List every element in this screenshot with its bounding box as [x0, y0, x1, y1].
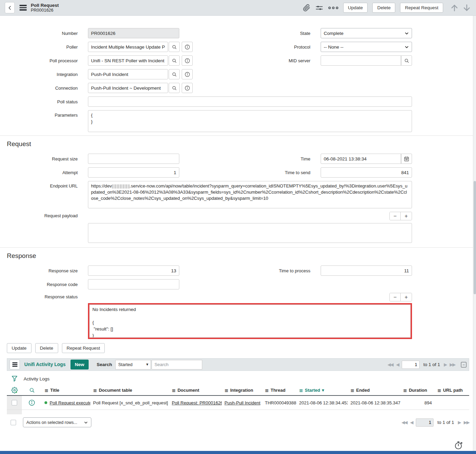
next-page-button[interactable]: ▶ [458, 420, 461, 425]
column-header-document[interactable]: ≡Document [169, 385, 222, 395]
poller-field[interactable] [88, 42, 168, 52]
next-page-button[interactable]: ▶ [444, 362, 447, 367]
state-select[interactable]: Complete [321, 28, 412, 38]
vertical-scrollbar[interactable] [473, 16, 476, 451]
request-size-field[interactable] [88, 154, 179, 164]
column-header-title[interactable]: ≡Title [42, 385, 90, 395]
page-title: Poll Request [31, 3, 59, 8]
previous-page-button[interactable]: ◀ [410, 420, 413, 425]
poller-lookup-button[interactable] [169, 42, 180, 52]
record-number: PR0001626 [31, 8, 59, 13]
response-size-field[interactable] [88, 265, 179, 276]
integration-preview-button[interactable] [182, 69, 193, 79]
column-menu-icon[interactable]: ≡ [93, 388, 97, 393]
endpoint-url-suffix: .service-now.com/api/now/table/incident?… [91, 183, 408, 201]
breadcrumb-label[interactable]: Activity Logs [24, 376, 50, 381]
more-options-button[interactable] [328, 6, 338, 10]
footer-delete-button[interactable]: Delete [35, 343, 58, 353]
poll-processor-lookup-button[interactable] [169, 55, 180, 66]
first-page-button[interactable]: ◀◀ [401, 420, 407, 425]
row-title-link[interactable]: Poll Request execute [50, 400, 90, 405]
protocol-select[interactable]: -- None -- [321, 42, 412, 52]
integration-field[interactable] [88, 69, 168, 79]
filter-funnel-icon[interactable] [11, 375, 18, 382]
first-page-button[interactable]: ◀◀ [387, 362, 393, 367]
response-status-label: Response status [0, 293, 81, 299]
repeat-request-button[interactable]: Repeat Request [400, 3, 443, 13]
mid-server-field[interactable] [321, 55, 401, 66]
form-context-menu-icon[interactable] [20, 4, 27, 12]
row-info-icon[interactable] [28, 399, 35, 406]
back-button[interactable] [5, 2, 15, 13]
connection-preview-button[interactable] [182, 83, 193, 93]
response-status-grow-button[interactable]: + [401, 293, 412, 301]
endpoint-url-field[interactable]: https://dev.service-now.com/api/now/tabl… [88, 181, 412, 208]
previous-page-button[interactable]: ◀ [396, 362, 399, 367]
column-menu-icon[interactable]: ≡ [350, 388, 355, 393]
request-payload-field[interactable] [88, 223, 412, 243]
column-header-started[interactable]: ≡Started▼ [296, 385, 348, 395]
delete-button[interactable]: Delete [372, 3, 395, 13]
column-menu-icon[interactable]: ≡ [299, 388, 303, 393]
list-search-input[interactable] [152, 360, 202, 369]
previous-record-button[interactable] [450, 3, 459, 12]
time-to-process-field[interactable] [321, 265, 412, 276]
column-menu-icon[interactable]: ≡ [44, 388, 49, 393]
last-page-button[interactable]: ▶▶ [464, 420, 469, 425]
column-header-duration[interactable]: ≡Duration [400, 385, 435, 395]
connection-field[interactable] [88, 83, 168, 93]
column-menu-icon[interactable]: ≡ [403, 388, 407, 393]
connection-lookup-button[interactable] [169, 83, 180, 93]
column-header-ended[interactable]: ≡Ended [348, 385, 400, 395]
poll-processor-field[interactable] [88, 55, 168, 66]
response-time-stopwatch-icon[interactable] [454, 441, 463, 450]
poller-preview-button[interactable] [182, 42, 193, 52]
next-record-button[interactable] [462, 3, 471, 12]
search-column-select[interactable]: Started ▼ [115, 360, 151, 369]
row-checkbox[interactable] [12, 400, 17, 405]
request-payload-grow-button[interactable]: + [401, 212, 412, 220]
select-all-checkbox[interactable] [11, 420, 16, 425]
time-to-send-field[interactable] [321, 167, 412, 178]
attempt-field[interactable] [88, 167, 179, 178]
column-menu-icon[interactable]: ≡ [265, 388, 269, 393]
number-field[interactable] [88, 28, 179, 38]
row-integration-link[interactable]: Push-Pull Incident [224, 400, 260, 405]
response-code-field[interactable] [88, 279, 179, 289]
integration-lookup-button[interactable] [169, 69, 180, 79]
column-header-integration[interactable]: ≡Integration [222, 385, 262, 395]
list-search-icon[interactable] [29, 387, 35, 393]
mid-server-lookup-button[interactable] [401, 55, 412, 66]
poll-processor-preview-button[interactable] [182, 55, 193, 66]
column-header-document-table[interactable]: ≡Document table [90, 385, 169, 395]
response-status-field[interactable]: No Incidents returned { "result": [] } [89, 304, 411, 338]
new-record-button[interactable]: New [70, 360, 89, 369]
column-header-thread[interactable]: ≡Thread [262, 385, 296, 395]
page-number-input[interactable] [402, 361, 420, 369]
parameters-field[interactable]: { } [88, 110, 412, 132]
actions-on-selected-rows-select[interactable]: Actions on selected rows... [23, 417, 91, 427]
attachment-button[interactable] [303, 4, 310, 12]
request-payload-shrink-button[interactable]: − [390, 212, 401, 220]
redacted-instance-name [112, 184, 130, 189]
time-field[interactable] [321, 154, 401, 164]
column-header-url-path[interactable]: ≡URL path [435, 385, 469, 395]
list-context-menu-button[interactable] [10, 360, 20, 369]
column-menu-icon[interactable]: ≡ [437, 388, 441, 393]
column-menu-icon[interactable]: ≡ [224, 388, 229, 393]
footer-update-button[interactable]: Update [7, 343, 31, 353]
poll-status-field[interactable] [88, 96, 412, 107]
column-menu-icon[interactable]: ≡ [172, 388, 176, 393]
response-status-shrink-button[interactable]: − [390, 293, 401, 301]
update-button[interactable]: Update [343, 3, 368, 13]
last-page-button[interactable]: ▶▶ [450, 362, 455, 367]
collapse-list-button[interactable]: − [461, 362, 466, 367]
time-calendar-button[interactable] [401, 154, 412, 164]
row-document-link[interactable]: Poll Request: PR0001626 [172, 400, 222, 405]
personalize-form-button[interactable] [315, 4, 323, 12]
page-number-input[interactable] [416, 418, 434, 427]
list-personalize-gear-icon[interactable] [11, 387, 18, 393]
scrollbar-thumb[interactable] [474, 181, 476, 294]
footer-repeat-request-button[interactable]: Repeat Request [62, 343, 105, 353]
list-title[interactable]: Unifi Activity Logs [24, 362, 66, 367]
